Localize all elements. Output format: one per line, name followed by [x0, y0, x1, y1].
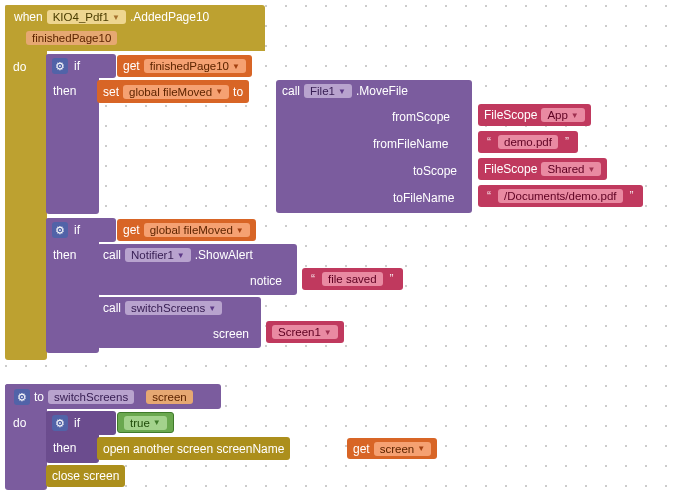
notice-field[interactable]: file saved	[322, 272, 383, 286]
event-handler-do-column[interactable]	[5, 5, 47, 360]
chevron-down-icon: ▼	[215, 87, 223, 96]
if2-keyword: if	[74, 223, 80, 237]
close-screen-block[interactable]: close screen	[46, 465, 125, 487]
procedure-param-chip[interactable]: screen	[146, 390, 193, 404]
get-filemoved[interactable]: get global fileMoved ▼	[117, 219, 256, 241]
call-keyword: call	[282, 84, 300, 98]
chevron-down-icon: ▼	[338, 87, 346, 96]
switchscreens-dropdown[interactable]: switchScreens ▼	[125, 301, 222, 315]
gear-icon[interactable]: ⚙	[14, 389, 30, 405]
chevron-down-icon: ▼	[324, 328, 332, 337]
quote-icon: ”	[627, 189, 637, 203]
get-screen[interactable]: get screen ▼	[347, 438, 437, 459]
fromfilename-value[interactable]: “ demo.pdf ”	[478, 131, 578, 153]
chevron-down-icon: ▼	[153, 418, 161, 427]
notifier-dropdown[interactable]: Notifier1 ▼	[125, 248, 191, 262]
if1-keyword: if	[74, 59, 80, 73]
notice-label: notice	[250, 274, 282, 288]
event-param-chip[interactable]: finishedPage10	[26, 31, 117, 45]
quote-icon: “	[484, 189, 494, 203]
chevron-down-icon: ▼	[232, 62, 240, 71]
to-keyword: to	[233, 85, 243, 99]
set-filemoved[interactable]: set global fileMoved ▼ to	[97, 80, 249, 103]
if1-block[interactable]	[46, 54, 99, 214]
tofilename-text: /Documents/demo.pdf	[504, 190, 617, 202]
event-param-label: finishedPage10	[32, 32, 111, 44]
filescope-shared[interactable]: FileScope Shared ▼	[478, 158, 607, 180]
event-method-label: .AddedPage10	[130, 10, 209, 24]
tofilename-label: toFileName	[393, 191, 454, 205]
set-keyword: set	[103, 85, 119, 99]
quote-icon: “	[484, 135, 494, 149]
close-screen-label: close screen	[52, 469, 119, 483]
open-screen-block[interactable]: open another screen screenName	[97, 437, 290, 460]
fromfilename-text: demo.pdf	[504, 136, 552, 148]
when-keyword: when	[14, 10, 43, 24]
open-screen-label: open another screen screenName	[103, 442, 284, 456]
filescope-app-label: App	[547, 109, 567, 121]
event-param-row: finishedPage10	[20, 27, 123, 49]
get-screen-dropdown[interactable]: screen ▼	[374, 442, 431, 456]
true-block[interactable]: true ▼	[117, 412, 174, 433]
get-var-dropdown[interactable]: finishedPage10 ▼	[144, 59, 246, 73]
filescope-app-dropdown[interactable]: App ▼	[541, 108, 584, 122]
procedure-header: ⚙ to switchScreens screen	[8, 385, 199, 409]
event-when-row: when KIO4_Pdf1 ▼ .AddedPage10	[8, 6, 215, 28]
fromfilename-label: fromFileName	[373, 137, 448, 151]
true-label: true	[130, 417, 150, 429]
call-method-label: .MoveFile	[356, 84, 408, 98]
gear-icon[interactable]: ⚙	[52, 222, 68, 238]
switchscreens-label: switchScreens	[131, 302, 205, 314]
notifier-label: Notifier1	[131, 249, 174, 261]
toscope-label: toScope	[413, 164, 457, 178]
call-component-dropdown[interactable]: File1 ▼	[304, 84, 352, 98]
procedure-name-field[interactable]: switchScreens	[48, 390, 134, 404]
quote-icon: ”	[387, 272, 397, 286]
fromscope-label: fromScope	[392, 110, 450, 124]
screen-dropdown[interactable]: Screen1 ▼	[272, 325, 338, 339]
chevron-down-icon: ▼	[587, 165, 595, 174]
procedure-name-label: switchScreens	[54, 391, 128, 403]
chevron-down-icon: ▼	[571, 111, 579, 120]
chevron-down-icon: ▼	[177, 251, 185, 260]
filescope-shared-label: Shared	[547, 163, 584, 175]
notice-text: file saved	[328, 273, 377, 285]
set-var-label: global fileMoved	[129, 86, 212, 98]
screen-text: Screen1	[278, 326, 321, 338]
tofilename-field[interactable]: /Documents/demo.pdf	[498, 189, 623, 203]
gear-icon[interactable]: ⚙	[52, 58, 68, 74]
do-label: do	[13, 60, 26, 74]
call-keyword2: call	[103, 248, 121, 262]
proc-if-keyword: if	[74, 416, 80, 430]
get-finishedpage10[interactable]: get finishedPage10 ▼	[117, 55, 252, 77]
call-keyword3: call	[103, 301, 121, 315]
tofilename-value[interactable]: “ /Documents/demo.pdf ”	[478, 185, 643, 207]
notice-value[interactable]: “ file saved ”	[302, 268, 403, 290]
get-var-label: finishedPage10	[150, 60, 229, 72]
gear-icon[interactable]: ⚙	[52, 415, 68, 431]
chevron-down-icon: ▼	[112, 13, 120, 22]
if2-header[interactable]: ⚙ if	[46, 218, 116, 242]
get-filemoved-label: global fileMoved	[150, 224, 233, 236]
event-component-dropdown[interactable]: KIO4_Pdf1 ▼	[47, 10, 126, 24]
chevron-down-icon: ▼	[417, 444, 425, 453]
get-screen-label: screen	[380, 443, 415, 455]
filescope-label: FileScope	[484, 108, 537, 122]
fromfilename-field[interactable]: demo.pdf	[498, 135, 558, 149]
proc-do-label: do	[13, 416, 26, 430]
procedure-param-label: screen	[152, 391, 187, 403]
get-keyword: get	[123, 59, 140, 73]
get-keyword3: get	[353, 442, 370, 456]
get-keyword2: get	[123, 223, 140, 237]
event-component-label: KIO4_Pdf1	[53, 11, 109, 23]
get-filemoved-dropdown[interactable]: global fileMoved ▼	[144, 223, 250, 237]
screen-value[interactable]: Screen1 ▼	[266, 321, 344, 343]
filescope-app[interactable]: FileScope App ▼	[478, 104, 591, 126]
set-var-dropdown[interactable]: global fileMoved ▼	[123, 85, 229, 99]
to-keyword-proc: to	[34, 390, 44, 404]
true-dropdown[interactable]: true ▼	[124, 416, 167, 430]
if1-header[interactable]: ⚙ if	[46, 54, 116, 78]
filescope-shared-dropdown[interactable]: Shared ▼	[541, 162, 601, 176]
chevron-down-icon: ▼	[236, 226, 244, 235]
proc-if-header[interactable]: ⚙ if	[46, 411, 116, 435]
